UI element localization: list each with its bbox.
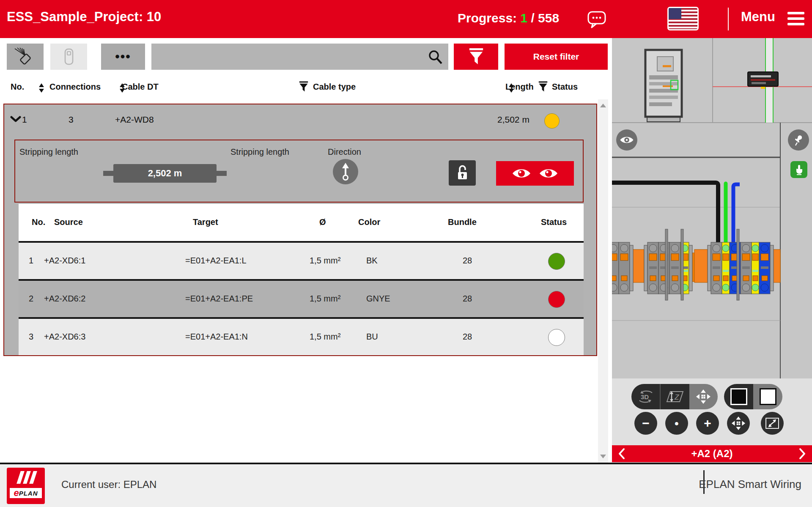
connection-table-header: No. Source Target Ø Color Bundle Status xyxy=(19,204,584,241)
menu-button[interactable]: Menu xyxy=(741,9,775,25)
cable-stub-left xyxy=(103,171,113,176)
light-background-button[interactable] xyxy=(753,384,782,409)
sort-no-icon[interactable] xyxy=(39,82,44,93)
group-no: 1 xyxy=(22,115,27,125)
cell-no: 2 xyxy=(29,294,33,304)
comments-icon[interactable] xyxy=(587,10,606,29)
fit-view-button[interactable] xyxy=(761,412,784,435)
hamburger-icon[interactable] xyxy=(787,12,804,26)
rotate-3d-button[interactable]: 3D xyxy=(631,384,660,409)
scroll-down-icon[interactable] xyxy=(600,455,606,458)
zoom-reset-button[interactable]: ● xyxy=(665,412,688,435)
cable-group-row[interactable]: 1 3 +A2-WD8 2,502 m xyxy=(4,104,596,138)
ct-col-target: Target xyxy=(193,217,218,227)
eplan-smart-wiring-window: ESS_Sample_Project: 10 Progress: 1 / 558… xyxy=(0,0,812,507)
search-icon[interactable] xyxy=(428,49,443,65)
wire-stripping-icon xyxy=(13,47,38,66)
white-square-icon xyxy=(760,388,776,405)
search-input[interactable] xyxy=(156,44,428,71)
show-hide-button[interactable] xyxy=(616,129,637,151)
connection-row-3[interactable]: 3 +A2-XD6:3 =E01+A2-EA1:N 1,5 mm² BU 28 xyxy=(19,319,584,355)
prev-enclosure-icon[interactable] xyxy=(617,448,626,460)
group-cable-dt: +A2-WD8 xyxy=(115,115,154,125)
view-mode-group: 3D Z xyxy=(631,384,718,409)
3d-viewer-panel: 3D Z xyxy=(612,38,812,462)
enclosure-nav-bar: +A2 (A2) xyxy=(612,445,812,462)
cable-length-widget[interactable]: 2,502 m xyxy=(113,164,217,183)
connection-row-1[interactable]: 1 +A2-XD6:1 =E01+A2-EA1:L 1,5 mm² BK 28 xyxy=(19,243,584,279)
cell-bundle: 28 xyxy=(463,256,472,266)
project-title: ESS_Sample_Project: 10 xyxy=(7,9,161,25)
expand-icon xyxy=(765,417,779,429)
wire-stripping-tool-button[interactable] xyxy=(7,44,44,70)
logo-stripe xyxy=(29,471,37,484)
rotate-3d-icon: 3D xyxy=(636,388,655,405)
column-length[interactable]: Length xyxy=(505,82,534,92)
cell-bundle: 28 xyxy=(463,332,472,342)
status-bar: ePLAN Current user: EPLAN EPLAN Smart Wi… xyxy=(0,464,812,507)
zoom-in-button[interactable]: + xyxy=(696,412,719,435)
group-connections: 3 xyxy=(69,115,74,125)
device-scanner-button[interactable] xyxy=(50,44,87,70)
column-status[interactable]: Status xyxy=(552,82,578,92)
cell-target: =E01+A2-EA1:L xyxy=(185,256,247,266)
connection-row-2-selected[interactable]: 2 +A2-XD6:2 =E01+A2-EA1:PE 1,5 mm² GNYE … xyxy=(19,281,584,317)
group-status-dot xyxy=(544,113,560,129)
column-cable-dt[interactable]: Cable DT xyxy=(122,82,159,92)
column-connections[interactable]: Connections xyxy=(49,82,101,92)
zoom-out-button[interactable]: − xyxy=(634,412,657,435)
reset-filter-label: Reset filter xyxy=(533,52,579,62)
list-scrollbar[interactable] xyxy=(598,99,608,463)
z-plane-icon: Z xyxy=(665,388,685,405)
column-no[interactable]: No. xyxy=(11,82,24,92)
next-enclosure-icon[interactable] xyxy=(798,448,807,460)
visibility-button[interactable] xyxy=(496,161,574,186)
cell-color: BK xyxy=(366,256,378,266)
black-square-icon xyxy=(730,388,747,405)
pick-mode-button[interactable] xyxy=(790,161,807,178)
progress-total: / 558 xyxy=(531,11,559,25)
stripping-length-label-2: Stripping length xyxy=(230,147,289,157)
viewer-controls: 3D Z xyxy=(612,378,812,445)
ct-col-bundle: Bundle xyxy=(448,217,477,227)
progress-indicator: Progress: 1 / 558 xyxy=(458,11,559,25)
cell-source: +A2-XD6:1 xyxy=(44,256,85,266)
scroll-up-icon[interactable] xyxy=(600,104,606,107)
lock-button[interactable] xyxy=(449,160,476,186)
connection-table: No. Source Target Ø Color Bundle Status … xyxy=(19,204,584,355)
progress-value: 1 xyxy=(520,11,527,25)
cable-length-value: 2,502 m xyxy=(148,168,182,179)
cell-color: BU xyxy=(366,332,378,342)
header-divider xyxy=(728,8,729,30)
background-color-group xyxy=(724,384,782,409)
filter-button[interactable] xyxy=(454,44,498,70)
lock-open-icon xyxy=(455,164,470,181)
plus-icon: + xyxy=(704,416,711,430)
cell-diameter: 1,5 mm² xyxy=(310,294,340,304)
column-cable-type[interactable]: Cable type xyxy=(313,82,356,92)
pan-icon xyxy=(696,389,711,404)
cell-no: 3 xyxy=(29,332,33,342)
cell-color: GNYE xyxy=(366,294,390,304)
eye-icon xyxy=(539,166,558,181)
dot-icon: ● xyxy=(675,419,679,428)
chevron-down-icon[interactable] xyxy=(10,115,21,123)
cable-detail-panel: Stripping length 2,502 m Stripping lengt… xyxy=(14,140,584,203)
progress-label: Progress: xyxy=(458,11,517,25)
ct-col-diameter: Ø xyxy=(319,217,326,227)
pan-mode-button[interactable] xyxy=(689,384,718,409)
move-icon xyxy=(731,416,746,430)
move-view-button[interactable] xyxy=(727,412,750,435)
z-plane-button[interactable]: Z xyxy=(660,384,689,409)
current-user-label: Current user: EPLAN xyxy=(61,479,156,491)
filter-status-icon[interactable] xyxy=(538,80,548,93)
search-field[interactable] xyxy=(151,44,448,70)
language-flag-us[interactable] xyxy=(667,7,699,30)
reset-filter-button[interactable]: Reset filter xyxy=(505,44,608,70)
direction-button[interactable] xyxy=(333,159,358,184)
logo-e: e xyxy=(14,489,19,497)
dark-background-button[interactable] xyxy=(724,384,753,409)
filter-cable-type-icon[interactable] xyxy=(299,80,309,93)
more-options-button[interactable]: ••• xyxy=(101,44,145,70)
pin-view-button[interactable] xyxy=(788,129,809,151)
